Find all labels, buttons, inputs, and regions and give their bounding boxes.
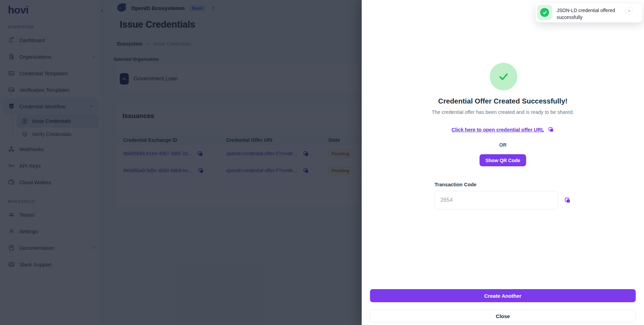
show-qr-code-button[interactable]: Show QR Code: [479, 154, 526, 166]
toast-icon-background: [537, 5, 552, 20]
offer-link-row: Click here to open credential offer URL: [362, 126, 644, 133]
or-separator-label: OR: [362, 142, 644, 148]
success-check-circle: [490, 63, 517, 90]
copy-icon[interactable]: [548, 126, 554, 133]
credential-offer-success-panel: Credential Offer Created Successfully! T…: [362, 0, 644, 325]
transaction-code-group: Transaction Code: [435, 182, 571, 209]
toast-close-button[interactable]: ×: [625, 7, 633, 14]
success-toast: JSON-LD credential offered successfully …: [536, 3, 642, 22]
success-subtitle: The credential offer has been created an…: [362, 109, 644, 115]
toast-check-icon: [540, 8, 549, 17]
open-credential-offer-url-link[interactable]: Click here to open credential offer URL: [451, 127, 544, 132]
transaction-code-input[interactable]: [435, 191, 558, 209]
transaction-code-label: Transaction Code: [435, 182, 571, 187]
copy-icon[interactable]: [564, 197, 571, 204]
toast-message: JSON-LD credential offered successfully: [557, 5, 621, 21]
success-title: Credential Offer Created Successfully!: [362, 97, 644, 105]
close-button[interactable]: Close: [370, 309, 636, 323]
create-another-button[interactable]: Create Another: [370, 289, 636, 302]
check-icon: [497, 70, 510, 83]
